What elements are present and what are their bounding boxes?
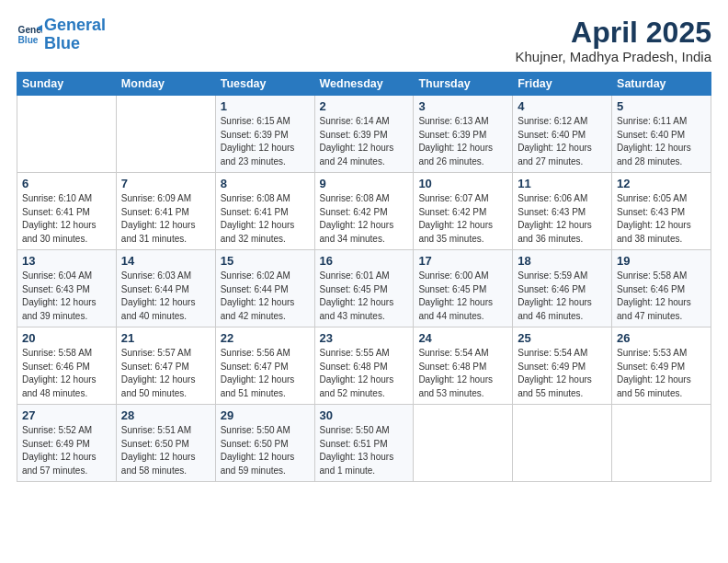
- day-number: 25: [518, 331, 607, 345]
- week-row-3: 13Sunrise: 6:04 AM Sunset: 6:43 PM Dayli…: [17, 250, 711, 327]
- day-number: 16: [320, 254, 409, 268]
- cell-info: Sunrise: 6:03 AM Sunset: 6:44 PM Dayligh…: [121, 270, 210, 323]
- week-row-4: 20Sunrise: 5:58 AM Sunset: 6:46 PM Dayli…: [17, 327, 711, 405]
- week-row-2: 6Sunrise: 6:10 AM Sunset: 6:41 PM Daylig…: [17, 173, 711, 250]
- cell-info: Sunrise: 5:57 AM Sunset: 6:47 PM Dayligh…: [121, 347, 210, 400]
- calendar-cell: [513, 405, 612, 482]
- cell-info: Sunrise: 5:54 AM Sunset: 6:48 PM Dayligh…: [418, 347, 507, 400]
- col-header-saturday: Saturday: [612, 73, 711, 96]
- calendar-cell: [17, 96, 117, 173]
- cell-info: Sunrise: 6:02 AM Sunset: 6:44 PM Dayligh…: [221, 270, 310, 323]
- cell-info: Sunrise: 5:59 AM Sunset: 6:46 PM Dayligh…: [518, 270, 607, 323]
- day-number: 12: [617, 177, 706, 190]
- cell-info: Sunrise: 5:53 AM Sunset: 6:49 PM Dayligh…: [617, 347, 706, 400]
- week-row-1: 1Sunrise: 6:15 AM Sunset: 6:39 PM Daylig…: [17, 96, 711, 173]
- calendar-cell: 7Sunrise: 6:09 AM Sunset: 6:41 PM Daylig…: [116, 173, 215, 250]
- week-row-5: 27Sunrise: 5:52 AM Sunset: 6:49 PM Dayli…: [17, 405, 711, 482]
- day-number: 5: [617, 99, 706, 113]
- day-number: 18: [518, 254, 607, 268]
- calendar-cell: 10Sunrise: 6:07 AM Sunset: 6:42 PM Dayli…: [414, 173, 513, 250]
- logo-line1: General: [44, 16, 106, 34]
- cell-info: Sunrise: 5:58 AM Sunset: 6:46 PM Dayligh…: [22, 347, 111, 400]
- day-number: 6: [22, 177, 111, 190]
- calendar-cell: 17Sunrise: 6:00 AM Sunset: 6:45 PM Dayli…: [414, 250, 513, 327]
- cell-info: Sunrise: 5:55 AM Sunset: 6:48 PM Dayligh…: [320, 347, 409, 400]
- calendar-cell: 1Sunrise: 6:15 AM Sunset: 6:39 PM Daylig…: [215, 96, 314, 173]
- day-number: 21: [121, 331, 210, 345]
- cell-info: Sunrise: 6:04 AM Sunset: 6:43 PM Dayligh…: [22, 270, 111, 323]
- calendar-cell: 27Sunrise: 5:52 AM Sunset: 6:49 PM Dayli…: [17, 405, 117, 482]
- day-number: 27: [22, 408, 111, 422]
- main-title: April 2025: [516, 17, 711, 49]
- logo: General Blue General Blue: [17, 17, 106, 53]
- calendar-cell: 4Sunrise: 6:12 AM Sunset: 6:40 PM Daylig…: [513, 96, 612, 173]
- logo-icon: General Blue: [17, 22, 42, 48]
- calendar-table: SundayMondayTuesdayWednesdayThursdayFrid…: [17, 72, 711, 482]
- calendar-cell: 5Sunrise: 6:11 AM Sunset: 6:40 PM Daylig…: [612, 96, 711, 173]
- day-number: 15: [221, 254, 310, 268]
- cell-info: Sunrise: 6:01 AM Sunset: 6:45 PM Dayligh…: [320, 270, 409, 323]
- calendar-cell: 19Sunrise: 5:58 AM Sunset: 6:46 PM Dayli…: [612, 250, 711, 327]
- calendar-cell: 16Sunrise: 6:01 AM Sunset: 6:45 PM Dayli…: [314, 250, 414, 327]
- day-number: 7: [121, 177, 210, 190]
- day-number: 14: [121, 254, 210, 268]
- day-number: 2: [320, 99, 409, 113]
- cell-info: Sunrise: 6:15 AM Sunset: 6:39 PM Dayligh…: [221, 115, 310, 168]
- svg-text:Blue: Blue: [18, 35, 39, 45]
- calendar-cell: 14Sunrise: 6:03 AM Sunset: 6:44 PM Dayli…: [116, 250, 215, 327]
- calendar-cell: 29Sunrise: 5:50 AM Sunset: 6:50 PM Dayli…: [215, 405, 314, 482]
- day-number: 28: [121, 408, 210, 422]
- day-number: 17: [418, 254, 507, 268]
- calendar-cell: [414, 405, 513, 482]
- cell-info: Sunrise: 5:52 AM Sunset: 6:49 PM Dayligh…: [22, 424, 111, 477]
- logo-text: General Blue: [44, 17, 106, 53]
- cell-info: Sunrise: 5:56 AM Sunset: 6:47 PM Dayligh…: [221, 347, 310, 400]
- cell-info: Sunrise: 6:08 AM Sunset: 6:41 PM Dayligh…: [221, 192, 310, 246]
- cell-info: Sunrise: 6:07 AM Sunset: 6:42 PM Dayligh…: [418, 192, 507, 246]
- cell-info: Sunrise: 5:51 AM Sunset: 6:50 PM Dayligh…: [121, 424, 210, 477]
- cell-info: Sunrise: 6:05 AM Sunset: 6:43 PM Dayligh…: [617, 192, 706, 246]
- svg-text:General: General: [18, 25, 42, 35]
- calendar-cell: 8Sunrise: 6:08 AM Sunset: 6:41 PM Daylig…: [215, 173, 314, 250]
- day-number: 20: [22, 331, 111, 345]
- calendar-cell: 6Sunrise: 6:10 AM Sunset: 6:41 PM Daylig…: [17, 173, 117, 250]
- col-header-friday: Friday: [513, 73, 612, 96]
- cell-info: Sunrise: 6:06 AM Sunset: 6:43 PM Dayligh…: [518, 192, 607, 246]
- calendar-cell: 11Sunrise: 6:06 AM Sunset: 6:43 PM Dayli…: [513, 173, 612, 250]
- header-row: SundayMondayTuesdayWednesdayThursdayFrid…: [17, 73, 711, 96]
- col-header-monday: Monday: [116, 73, 215, 96]
- day-number: 11: [518, 177, 607, 190]
- cell-info: Sunrise: 5:50 AM Sunset: 6:51 PM Dayligh…: [320, 424, 409, 477]
- day-number: 1: [221, 99, 310, 113]
- header: General Blue General Blue April 2025 Khu…: [17, 17, 711, 64]
- col-header-wednesday: Wednesday: [314, 73, 414, 96]
- page: General Blue General Blue April 2025 Khu…: [0, 0, 728, 563]
- day-number: 22: [221, 331, 310, 345]
- calendar-cell: 12Sunrise: 6:05 AM Sunset: 6:43 PM Dayli…: [612, 173, 711, 250]
- cell-info: Sunrise: 6:08 AM Sunset: 6:42 PM Dayligh…: [320, 192, 409, 246]
- cell-info: Sunrise: 6:09 AM Sunset: 6:41 PM Dayligh…: [121, 192, 210, 246]
- logo-line2: Blue: [44, 34, 80, 52]
- day-number: 9: [320, 177, 409, 190]
- calendar-cell: 3Sunrise: 6:13 AM Sunset: 6:39 PM Daylig…: [414, 96, 513, 173]
- calendar-cell: 21Sunrise: 5:57 AM Sunset: 6:47 PM Dayli…: [116, 327, 215, 405]
- calendar-cell: 24Sunrise: 5:54 AM Sunset: 6:48 PM Dayli…: [414, 327, 513, 405]
- calendar-cell: 20Sunrise: 5:58 AM Sunset: 6:46 PM Dayli…: [17, 327, 117, 405]
- calendar-cell: 18Sunrise: 5:59 AM Sunset: 6:46 PM Dayli…: [513, 250, 612, 327]
- subtitle: Khujner, Madhya Pradesh, India: [516, 49, 711, 64]
- day-number: 29: [221, 408, 310, 422]
- cell-info: Sunrise: 6:10 AM Sunset: 6:41 PM Dayligh…: [22, 192, 111, 246]
- cell-info: Sunrise: 6:12 AM Sunset: 6:40 PM Dayligh…: [518, 115, 607, 168]
- cell-info: Sunrise: 6:13 AM Sunset: 6:39 PM Dayligh…: [418, 115, 507, 168]
- calendar-cell: 30Sunrise: 5:50 AM Sunset: 6:51 PM Dayli…: [314, 405, 414, 482]
- col-header-thursday: Thursday: [414, 73, 513, 96]
- day-number: 23: [320, 331, 409, 345]
- calendar-cell: 22Sunrise: 5:56 AM Sunset: 6:47 PM Dayli…: [215, 327, 314, 405]
- col-header-sunday: Sunday: [17, 73, 117, 96]
- day-number: 24: [418, 331, 507, 345]
- day-number: 10: [418, 177, 507, 190]
- cell-info: Sunrise: 6:11 AM Sunset: 6:40 PM Dayligh…: [617, 115, 706, 168]
- cell-info: Sunrise: 5:54 AM Sunset: 6:49 PM Dayligh…: [518, 347, 607, 400]
- day-number: 19: [617, 254, 706, 268]
- calendar-cell: 26Sunrise: 5:53 AM Sunset: 6:49 PM Dayli…: [612, 327, 711, 405]
